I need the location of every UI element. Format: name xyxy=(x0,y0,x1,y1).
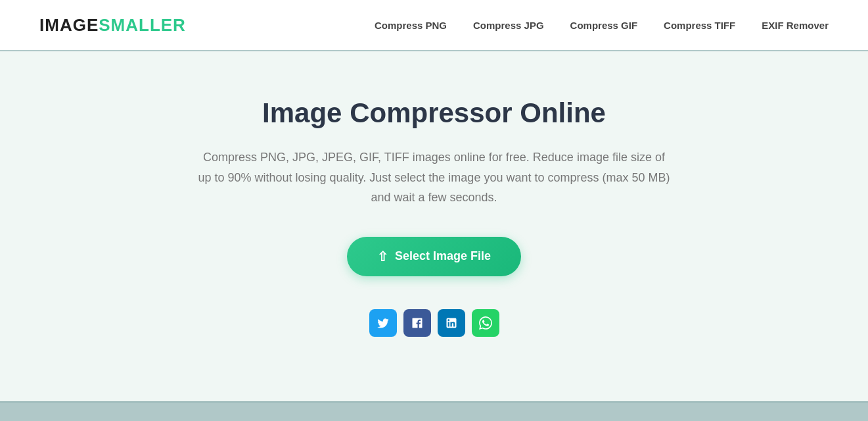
main-nav: Compress PNG Compress JPG Compress GIF C… xyxy=(375,20,829,31)
page-footer xyxy=(0,401,868,421)
page-title: Image Compressor Online xyxy=(262,97,606,129)
logo-link[interactable]: IMAGESMALLER xyxy=(39,15,186,36)
nav-compress-jpg[interactable]: Compress JPG xyxy=(473,20,544,31)
logo-smaller-text: SMALLER xyxy=(99,15,186,35)
select-image-label: Select Image File xyxy=(395,249,491,263)
logo[interactable]: IMAGESMALLER xyxy=(39,15,186,36)
nav-exif-remover[interactable]: EXIF Remover xyxy=(762,20,829,31)
page-description: Compress PNG, JPG, JPEG, GIF, TIFF image… xyxy=(198,147,671,208)
whatsapp-icon[interactable] xyxy=(472,309,499,337)
upload-icon: ⇧ xyxy=(377,249,388,264)
main-content: Image Compressor Online Compress PNG, JP… xyxy=(0,51,868,401)
social-icons-container xyxy=(369,309,499,337)
nav-compress-gif[interactable]: Compress GIF xyxy=(570,20,638,31)
twitter-icon[interactable] xyxy=(369,309,397,337)
nav-compress-png[interactable]: Compress PNG xyxy=(375,20,447,31)
linkedin-icon[interactable] xyxy=(438,309,465,337)
facebook-icon[interactable] xyxy=(403,309,431,337)
site-header: IMAGESMALLER Compress PNG Compress JPG C… xyxy=(0,0,868,51)
select-image-button[interactable]: ⇧ Select Image File xyxy=(347,237,521,276)
logo-image-text: IMAGE xyxy=(39,15,99,35)
nav-compress-tiff[interactable]: Compress TIFF xyxy=(664,20,735,31)
